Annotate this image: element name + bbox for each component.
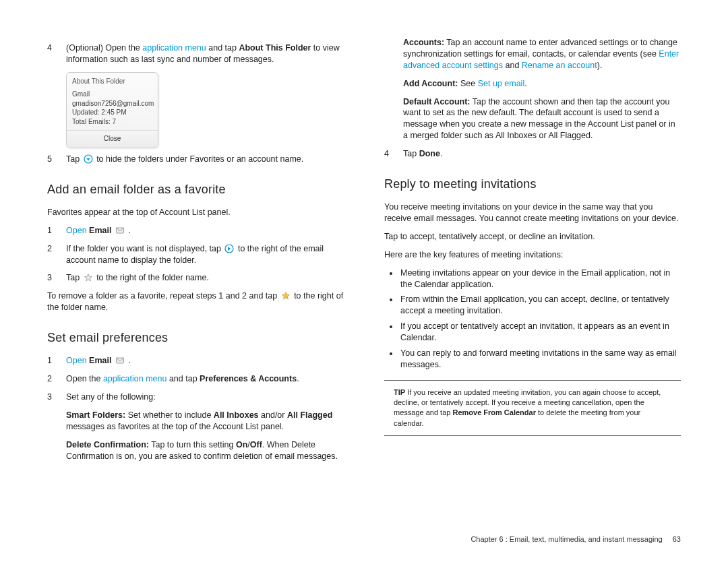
chapter-label: Chapter 6 : Email, text, multimedia, and… [471,535,662,543]
on-label: On [236,440,247,449]
list-item: If you accept or tentatively accept an i… [399,321,681,344]
email-app-icon [115,226,125,235]
text: . [128,356,130,365]
star-filled-icon [281,291,291,301]
collapse-arrow-icon [84,154,93,164]
smart-folders-label: Smart Folders: [66,410,125,420]
favorites-intro: Favorites appear at the top of Account L… [47,207,344,218]
add-account-label: Add Account: [403,79,458,88]
text: Tap to turn this setting [149,440,236,449]
smart-folders-para: Smart Folders: Set whether to include Al… [66,410,344,433]
done-label: Done [419,149,440,158]
default-account-para: Default Account: Tap the account shown a… [403,96,681,142]
accounts-label: Accounts: [403,38,444,47]
step-body: Open Email . [66,355,344,367]
popup-body: Gmail gmadison7256@gmail.com Updated: 2:… [67,88,158,130]
page-number: 63 [673,535,681,543]
step-number: 4 [47,42,66,65]
about-this-folder-label: About This Folder [239,43,311,53]
heading-set-email-preferences: Set email preferences [47,330,344,346]
open-link[interactable]: Open [66,356,87,365]
popup-title: About This Folder [67,73,158,89]
text: . [440,149,442,158]
all-inboxes-label: All Inboxes [214,410,259,420]
email-label: Email [89,226,111,235]
step-body: Open Email . [66,225,344,237]
off-label: Off [250,440,262,449]
text: Open the [66,374,103,383]
two-column-layout: 4 (Optional) Open the application menu a… [47,37,681,468]
step-body: (Optional) Open the application menu and… [66,42,344,65]
text: and tap [166,374,200,383]
text: to hide the folders under Favorites or a… [96,154,303,164]
add-account-para: Add Account: See Set up email. [403,78,681,90]
step-body: Open the application menu and tap Prefer… [66,373,344,385]
step-body: Set any of the following: [66,392,344,403]
set-up-email-link[interactable]: Set up email [478,79,524,88]
text: If the folder you want is not displayed,… [66,244,223,253]
popup-close-button[interactable]: Close [67,130,158,148]
step-body: Tap to hide the folders under Favorites … [66,154,344,165]
text: and [503,61,522,70]
preferences-accounts-label: Preferences & Accounts [200,374,297,383]
text: (Optional) Open the [66,43,142,53]
pref-step-3: 3 Set any of the following: [47,392,344,403]
email-app-icon [115,356,125,365]
pref-step-2: 2 Open the application menu and tap Pref… [47,373,344,385]
accounts-para: Accounts: Tap an account name to enter a… [403,37,681,71]
text: See [458,79,477,88]
application-menu-link[interactable]: application menu [103,374,167,383]
step-4: 4 (Optional) Open the application menu a… [47,42,344,65]
about-this-folder-popup: About This Folder Gmail gmadison7256@gma… [66,72,158,148]
default-account-label: Default Account: [403,97,471,106]
text: Set whether to include [125,410,214,420]
expand-arrow-icon [224,244,234,253]
step-body: Tap to the right of the folder name. [66,272,344,284]
heading-reply-meeting-invitations: Reply to meeting invitations [384,176,681,192]
reply-para-1: You receive meeting invitations on your … [384,201,681,224]
step-4-done: 4 Tap Done. [384,148,681,160]
fav-step-3: 3 Tap to the right of the folder name. [47,272,344,284]
popup-line: Gmail [72,90,152,99]
page-footer: Chapter 6 : Email, text, multimedia, and… [471,535,681,543]
step-number: 3 [47,272,66,284]
remove-favorite-note: To remove a folder as a favorite, repeat… [47,290,344,313]
step-number: 2 [47,243,66,266]
text: . [128,226,130,235]
list-item: Meeting invitations appear on your devic… [399,268,681,290]
page: 4 (Optional) Open the application menu a… [0,0,728,562]
all-flagged-label: All Flagged [287,410,332,420]
step-number: 1 [47,355,66,367]
text: Tap an account name to enter advanced se… [403,38,677,59]
popup-line: Updated: 2:45 PM [72,108,152,117]
text: to the right of the folder name. [96,273,209,282]
open-link[interactable]: Open [66,226,87,235]
delete-confirmation-label: Delete Confirmation: [66,440,149,449]
list-item: From within the Email application, you c… [399,294,681,317]
meeting-features-list: Meeting invitations appear on your devic… [391,268,681,371]
text: ). [597,61,603,70]
text: Tap [66,273,82,282]
text: and/or [259,410,287,420]
popup-line: gmadison7256@gmail.com [72,99,152,108]
application-menu-link[interactable]: application menu [142,43,206,53]
reply-para-2: Tap to accept, tentatively accept, or de… [384,231,681,243]
tip-box: TIP If you receive an updated meeting in… [384,380,681,437]
step-number: 2 [47,373,66,385]
email-label: Email [89,356,111,365]
text: messages as favorites at the top of the … [66,422,284,431]
delete-confirmation-para: Delete Confirmation: Tap to turn this se… [66,439,344,462]
text: Tap [66,154,82,164]
text: To remove a folder as a favorite, repeat… [47,291,280,301]
pref-step-1: 1 Open Email . [47,355,344,367]
reply-para-3: Here are the key features of meeting inv… [384,249,681,261]
rename-account-link[interactable]: Rename an account [522,61,597,70]
text: and tap [206,43,239,53]
step-number: 5 [47,154,66,165]
text: . [297,374,299,383]
list-item: You can reply to and forward meeting inv… [399,348,681,371]
text: . [524,79,526,88]
step-number: 3 [47,392,66,403]
step-body: If the folder you want is not displayed,… [66,243,344,266]
star-outline-icon [84,273,93,282]
